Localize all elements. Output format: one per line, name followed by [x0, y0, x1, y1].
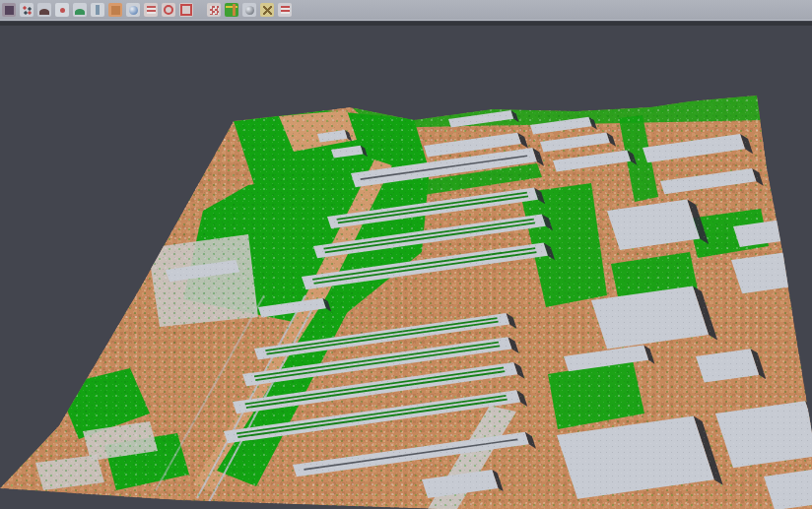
- classified-map-icon[interactable]: [225, 3, 238, 17]
- bldg-right-4-shadow: [789, 219, 803, 243]
- measure-cross-icon-glyph: [263, 6, 272, 15]
- point-pick-icon-glyph: [60, 8, 65, 13]
- bldg-right-5-shadow: [795, 251, 812, 289]
- toolbar-separator: [197, 3, 203, 17]
- measure-cross-icon[interactable]: [260, 3, 274, 17]
- pointcloud-grain-overlay: [0, 26, 812, 509]
- classified-map-icon-glyph: [226, 4, 237, 16]
- open-cloud-icon-glyph: [5, 6, 14, 15]
- globe-icon[interactable]: [126, 3, 140, 17]
- selection-marquee-icon-glyph: [180, 4, 192, 16]
- flag-stripes-icon-glyph: [281, 6, 290, 14]
- scatter-points-icon[interactable]: [20, 3, 34, 17]
- sphere-render-icon-glyph: [245, 6, 254, 15]
- toolbar-divider: [0, 22, 812, 26]
- terrain-mound-icon[interactable]: [37, 3, 51, 17]
- vegetation-mound-icon-glyph: [75, 9, 85, 15]
- pointcloud-scene: [0, 26, 812, 509]
- profile-column-icon-glyph: [96, 5, 100, 15]
- vegetation-mound-icon[interactable]: [73, 3, 87, 17]
- profile-column-icon[interactable]: [91, 3, 104, 17]
- point-pick-icon[interactable]: [55, 3, 69, 17]
- ground-swatch-icon[interactable]: [108, 3, 122, 17]
- 3d-viewport[interactable]: [0, 26, 812, 509]
- flag-stripes-icon[interactable]: [278, 3, 292, 17]
- open-cloud-icon[interactable]: [2, 3, 16, 17]
- main-toolbar: [0, 0, 812, 21]
- sphere-render-icon[interactable]: [242, 3, 256, 17]
- clip-grid-icon-glyph: [210, 6, 219, 15]
- terrain-mound-icon-glyph: [39, 9, 49, 15]
- selection-marquee-icon[interactable]: [179, 3, 193, 17]
- globe-icon-glyph: [129, 6, 138, 15]
- scatter-points-icon-glyph: [23, 6, 32, 15]
- target-ring-icon[interactable]: [162, 3, 175, 17]
- layer-stack-icon-glyph: [147, 6, 156, 14]
- layer-stack-icon[interactable]: [144, 3, 158, 17]
- target-ring-icon-glyph: [164, 5, 173, 15]
- ground-swatch-icon-glyph: [111, 6, 120, 15]
- clip-grid-icon[interactable]: [207, 3, 221, 17]
